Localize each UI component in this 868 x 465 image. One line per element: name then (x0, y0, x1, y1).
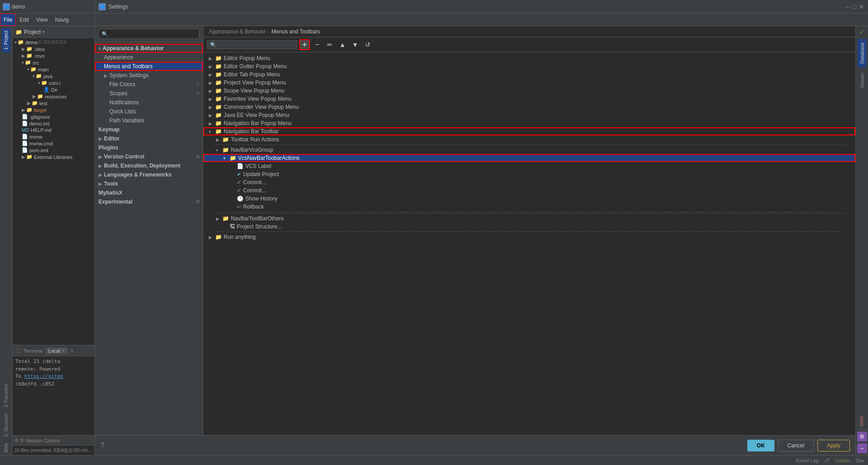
vcs-panel-label[interactable]: 9: Version Control (20, 438, 60, 443)
close-btn[interactable]: ✕ (859, 3, 864, 10)
tree-item-idea[interactable]: ▶ 📁 .idea (13, 46, 94, 52)
move-down-button[interactable]: ▼ (350, 39, 361, 50)
copy-icon: ⧉ (196, 154, 199, 159)
nav-item-scopes[interactable]: Scopes ⧉ (95, 89, 203, 98)
gear-button[interactable]: ⚙ (857, 432, 867, 442)
tree-item-helpmd[interactable]: MD HELP.md (13, 127, 94, 133)
maven-tab[interactable]: Maven (858, 69, 867, 91)
nav-item-path-variables[interactable]: Path Variables (95, 116, 203, 125)
tree-item-main[interactable]: ▾ 📁 main (13, 66, 94, 73)
remove-button[interactable]: − (312, 39, 323, 50)
tree-item-vcs-label[interactable]: 📄 VCS Label (203, 162, 855, 170)
nav-item-notifications[interactable]: Notifications (95, 98, 203, 107)
settings-dialog-title: Settings (108, 4, 128, 10)
tree-item-javaee-view[interactable]: ▶ 📁 Java EE View Popup Menu (203, 111, 855, 119)
nav-item-appearance[interactable]: Appearance (95, 53, 203, 62)
tree-item-mvnw[interactable]: 📄 mvnw (13, 133, 94, 140)
nav-item-quick-lists[interactable]: Quick Lists (95, 107, 203, 116)
terminal-line-1: Total 23 (delta (15, 358, 92, 366)
terminal-tab-close[interactable]: ✕ (61, 348, 65, 353)
tree-item-com[interactable]: ▾ 📁 com.i (13, 79, 94, 86)
tree-item-demoiml[interactable]: 📄 demo.iml (13, 120, 94, 127)
nav-item-languages[interactable]: ▶ Languages & Frameworks (95, 170, 203, 179)
tree-item-java[interactable]: ▾ 📁 java (13, 73, 94, 79)
menu-view[interactable]: View (33, 14, 52, 26)
activity-project[interactable]: 1: Project (2, 28, 10, 52)
nav-item-label: Appearance (104, 54, 133, 60)
event-log-label[interactable]: Event Log (796, 458, 819, 463)
nav-item-editor[interactable]: ▶ Editor (95, 134, 203, 143)
tree-item-rollback[interactable]: ↩ Rollback (203, 203, 855, 211)
tree-item-favorites-view[interactable]: ▶ 📁 Favorites View Popup Menu (203, 95, 855, 103)
menu-navig[interactable]: Navig (52, 14, 73, 26)
settings-search-box[interactable]: 🔍 (99, 29, 199, 39)
tree-item-update-project[interactable]: ✔ Update Project (203, 170, 855, 178)
tree-item-commit-2[interactable]: ✔ Commit... (203, 186, 855, 195)
nav-item-file-colors[interactable]: File Colors ⧉ (95, 80, 203, 89)
tree-item-resources[interactable]: ▶ 📁 resources (13, 93, 94, 100)
tree-item-mvnwcmd[interactable]: 📄 mvnw.cmd (13, 140, 94, 147)
settings-app-icon: 🔷 (99, 3, 106, 10)
move-up-button[interactable]: ▲ (337, 39, 348, 50)
tree-item-target[interactable]: ▶ 📁 target (13, 107, 94, 113)
tree-item-show-history[interactable]: 🕐 Show History (203, 195, 855, 203)
database-tab[interactable]: Database (858, 39, 867, 67)
ide-project-name: demo (12, 4, 25, 10)
tree-item-project-structure[interactable]: 🏗 Project Structure... (203, 223, 855, 231)
terminal-add-btn[interactable]: + (70, 348, 74, 354)
nav-item-mybatisx[interactable]: MybatisX (95, 188, 203, 197)
minimize-btn[interactable]: ─ (845, 3, 850, 10)
tree-item-commit-1[interactable]: ✔ Commit... (203, 178, 855, 186)
tree-item-src[interactable]: ▾ 📁 src (13, 59, 94, 66)
apply-button[interactable]: Apply (817, 440, 850, 451)
nav-item-menus-toolbars[interactable]: Menus and Toolbars (95, 62, 203, 71)
nav-item-system-settings[interactable]: ▶ System Settings (95, 71, 203, 80)
activity-web[interactable]: Web (2, 441, 10, 455)
tree-item-navbar-toolbar[interactable]: ▾ 📁 Navigation Bar Toolbar (203, 127, 855, 135)
minus-button[interactable]: − (857, 443, 867, 453)
add-button[interactable]: + (299, 39, 310, 50)
toolbar-search-input[interactable] (218, 42, 294, 48)
menu-edit[interactable]: Edit (16, 14, 33, 26)
nav-item-experimental[interactable]: Experimental ⧉ (95, 197, 203, 206)
tree-item-external[interactable]: ▶ 📁 External Libraries (13, 153, 94, 160)
dropdown-arrow[interactable]: ▾ (42, 29, 45, 34)
settings-search-input[interactable] (110, 31, 196, 37)
tree-item-toolbar-run-actions[interactable]: ▶ 📁 Toolbar Run Actions (203, 135, 855, 144)
toolbar-search-box[interactable]: 🔍 (207, 40, 297, 49)
nav-expand-icon: ▶ (99, 154, 102, 159)
tree-item-vcs-navbar-toolbar-actions[interactable]: ▾ 📁 VcsNavBarToobarActions (203, 154, 855, 162)
tree-item-navbar-popup[interactable]: ▶ 📁 Navigation Bar Popup Menu (203, 119, 855, 127)
nav-item-vcs[interactable]: ▶ Version Control ⧉ (95, 152, 203, 161)
tree-item-scope-view[interactable]: ▶ 📁 Scope View Popup Menu (203, 87, 855, 95)
tree-item-commander-view[interactable]: ▶ 📁 Commander View Popup Menu (203, 103, 855, 111)
tree-item-editor-gutter[interactable]: ▶ 📁 Editor Gutter Popup Menu (203, 62, 855, 70)
menu-file[interactable]: File (0, 14, 16, 26)
tree-item-run-anything[interactable]: ▶ 📁 Run anything (203, 233, 855, 241)
activity-favorites[interactable]: 2: Favorites (2, 381, 10, 410)
tree-item-de[interactable]: 👤 De (13, 86, 94, 93)
ok-button[interactable]: OK (747, 440, 774, 451)
nav-item-build[interactable]: ▶ Build, Execution, Deployment (95, 161, 203, 170)
tree-item-gitignore[interactable]: 📄 .gitignore (13, 113, 94, 120)
nav-section-appearance[interactable]: ▾ Appearance & Behavior (95, 44, 203, 53)
edit-button[interactable]: ✏ (324, 39, 335, 50)
tree-item-test[interactable]: ▶ 📁 test (13, 100, 94, 107)
activity-structure[interactable]: 2: Structure (2, 411, 10, 440)
tree-item-editor-popup[interactable]: ▶ 📁 Editor Popup Menu (203, 54, 855, 62)
tree-item-navbar-toolbar-others[interactable]: ▶ 📁 NavBarToolBarOthers (203, 214, 855, 223)
tree-item-navbar-vcs-group[interactable]: ▾ 📁 NavBarVcsGroup (203, 146, 855, 154)
tree-item-pomxml[interactable]: 📄 pom.xml (13, 147, 94, 153)
tree-root-item[interactable]: ▾ 📁 demo E:\IDEA\IDEA (13, 39, 94, 46)
nav-item-tools[interactable]: ▶ Tools (95, 179, 203, 188)
reset-button[interactable]: ↺ (362, 39, 373, 50)
nav-item-keymap[interactable]: Keymap (95, 125, 203, 134)
tree-item-mvn[interactable]: ▶ 📁 .mvn (13, 52, 94, 59)
help-icon[interactable]: ? (100, 442, 104, 450)
maximize-btn[interactable]: □ (853, 3, 856, 10)
tree-item-project-view[interactable]: ▶ 📁 Project View Popup Menu (203, 79, 855, 87)
nav-item-plugins[interactable]: Plugins (95, 143, 203, 152)
tree-item-editor-tab[interactable]: ▶ 📁 Editor Tab Popup Menu (203, 70, 855, 79)
terminal-tab[interactable]: Local ✕ (46, 348, 68, 354)
cancel-button[interactable]: Cancel (778, 440, 814, 451)
